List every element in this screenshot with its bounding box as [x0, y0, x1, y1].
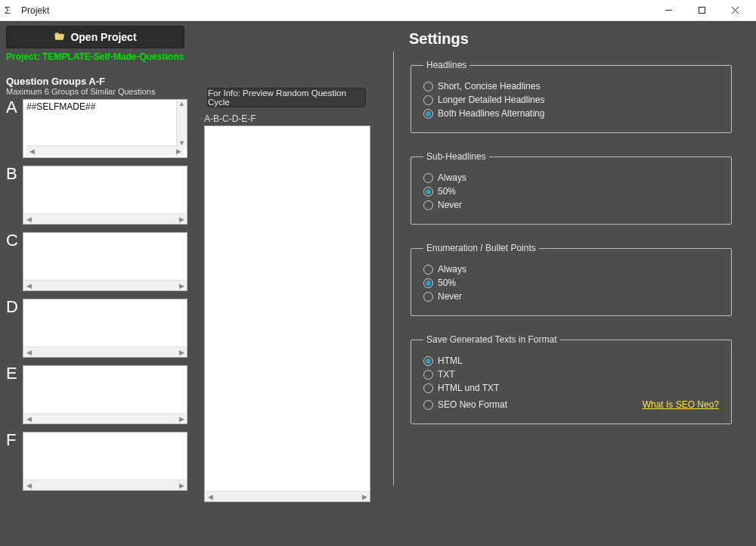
headlines-group: Headlines Short, Concise Headlines Longe… — [411, 60, 732, 133]
horizontal-scrollbar[interactable]: ◀▶ — [23, 479, 187, 490]
radio-label: HTML — [438, 355, 463, 366]
preview-button-label: For Info: Preview Random Question Cycle — [208, 88, 365, 107]
svg-text:Σ: Σ — [5, 5, 11, 16]
subheadlines-option-always[interactable]: Always — [423, 172, 719, 183]
horizontal-scrollbar[interactable]: ◀▶ — [23, 346, 187, 357]
save-format-group: Save Generated Texts in Format HTML TXT … — [411, 334, 732, 424]
window-maximize-button[interactable] — [685, 0, 718, 21]
radio-icon — [423, 109, 433, 119]
enumeration-group: Enumeration / Bullet Points Always 50% N… — [411, 243, 732, 316]
radio-label: Never — [438, 291, 462, 302]
group-textarea-d[interactable]: ◀▶ — [23, 299, 187, 358]
subheadlines-group: Sub-Headlines Always 50% Never — [411, 151, 732, 225]
preview-column: For Info: Preview Random Question Cycle … — [204, 88, 372, 502]
vertical-scrollbar[interactable]: ▲▼ — [176, 100, 187, 147]
subheadlines-option-never[interactable]: Never — [423, 200, 719, 210]
project-path: Project: TEMPLATE-Self-Made-Questions — [6, 51, 387, 62]
radio-label: SEO Neo Format — [438, 399, 507, 410]
horizontal-scrollbar[interactable]: ◀▶ — [26, 145, 184, 156]
radio-label: Always — [438, 172, 466, 183]
open-project-label: Open Project — [70, 31, 136, 43]
group-textarea-f[interactable]: ◀▶ — [23, 432, 187, 491]
left-pane: Open Project Project: TEMPLATE-Self-Made… — [0, 21, 393, 546]
group-letter: A — [6, 99, 23, 116]
svg-rect-2 — [699, 8, 705, 14]
group-letter: B — [6, 166, 23, 182]
radio-icon — [423, 356, 433, 366]
save-format-option-html[interactable]: HTML — [423, 355, 719, 366]
enumeration-option-50[interactable]: 50% — [423, 278, 719, 288]
seo-neo-info-link[interactable]: What Is SEO Neo? — [643, 399, 719, 410]
folder-open-icon — [54, 30, 66, 45]
group-textarea-a[interactable]: ##SELFMADE## ▲▼ ◀▶ — [23, 99, 187, 158]
radio-icon — [423, 95, 433, 105]
group-textarea-e[interactable]: ◀▶ — [23, 365, 187, 424]
radio-icon — [423, 265, 433, 275]
headlines-option-both[interactable]: Both Headlines Alternating — [423, 108, 719, 119]
group-letter: E — [6, 365, 23, 382]
open-project-button[interactable]: Open Project — [6, 26, 184, 48]
radio-label: Both Headlines Alternating — [438, 108, 544, 119]
horizontal-scrollbar[interactable]: ◀▶ — [23, 280, 187, 290]
headlines-option-short[interactable]: Short, Concise Headlines — [423, 81, 719, 92]
right-pane: Settings Headlines Short, Concise Headli… — [394, 21, 756, 546]
group-textarea-c[interactable]: ◀▶ — [23, 232, 187, 291]
window-close-button[interactable] — [718, 0, 751, 21]
radio-icon — [423, 278, 433, 288]
window-minimize-button[interactable] — [652, 0, 685, 21]
radio-icon — [423, 400, 433, 410]
radio-label: 50% — [438, 186, 456, 197]
preview-random-cycle-button[interactable]: For Info: Preview Random Question Cycle — [207, 88, 366, 107]
save-format-option-seo-neo[interactable]: SEO Neo Format — [423, 399, 507, 410]
save-format-option-html-txt[interactable]: HTML und TXT — [423, 383, 719, 393]
radio-label: HTML und TXT — [438, 383, 499, 393]
radio-icon — [423, 187, 433, 197]
radio-label: Always — [438, 264, 466, 275]
preview-sequence-label: A-B-C-D-E-F — [204, 113, 372, 124]
save-format-option-txt[interactable]: TXT — [423, 369, 719, 380]
headlines-legend: Headlines — [423, 60, 469, 70]
group-letter: D — [6, 299, 23, 315]
radio-label: Short, Concise Headlines — [438, 81, 540, 92]
group-textarea-b[interactable]: ◀▶ — [23, 166, 187, 225]
radio-icon — [423, 173, 433, 183]
radio-icon — [423, 292, 433, 302]
horizontal-scrollbar[interactable]: ◀▶ — [23, 213, 187, 224]
radio-icon — [423, 200, 433, 210]
horizontal-scrollbar[interactable]: ◀▶ — [23, 413, 187, 423]
headlines-option-long[interactable]: Longer Detailed Headlines — [423, 95, 719, 105]
radio-icon — [423, 370, 433, 380]
enumeration-legend: Enumeration / Bullet Points — [423, 243, 539, 253]
settings-title: Settings — [409, 30, 733, 48]
radio-label: Longer Detailed Headlines — [438, 95, 544, 105]
radio-icon — [423, 383, 433, 393]
group-letter: F — [6, 432, 23, 448]
save-format-legend: Save Generated Texts in Format — [423, 334, 560, 345]
window-title: Projekt — [21, 5, 49, 16]
enumeration-option-never[interactable]: Never — [423, 291, 719, 302]
app-icon: Σ — [5, 5, 17, 17]
radio-label: Never — [438, 200, 462, 210]
titlebar: Σ Projekt — [0, 0, 756, 21]
radio-icon — [423, 82, 433, 92]
enumeration-option-always[interactable]: Always — [423, 264, 719, 275]
group-text: ##SELFMADE## — [26, 101, 184, 145]
horizontal-scrollbar[interactable]: ◀▶ — [205, 491, 370, 501]
group-letter: C — [6, 232, 23, 249]
preview-textarea[interactable]: ◀▶ — [204, 126, 370, 502]
groups-title: Question Groups A-F — [6, 76, 387, 87]
radio-label: 50% — [438, 278, 456, 288]
radio-label: TXT — [438, 369, 455, 380]
subheadlines-legend: Sub-Headlines — [423, 151, 489, 162]
subheadlines-option-50[interactable]: 50% — [423, 186, 719, 197]
